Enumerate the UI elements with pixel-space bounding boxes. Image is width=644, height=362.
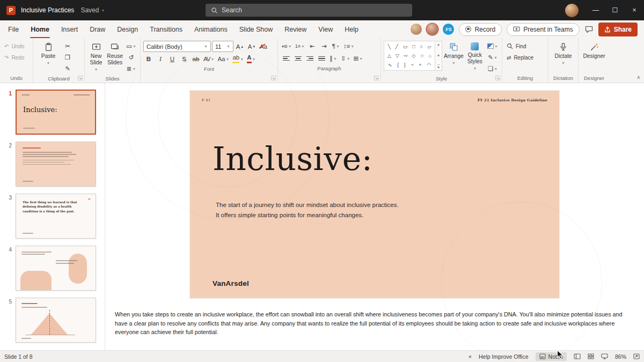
shape-icon[interactable]: ⇨ [404,53,408,58]
section-icon: ≣ [127,65,132,72]
find-icon [507,43,513,49]
slide-title[interactable]: Inclusive: [213,140,372,178]
shape-icon[interactable]: ⌂ [428,53,431,58]
tab-insert[interactable]: Insert [55,20,84,38]
increase-indent-button[interactable]: ⇥ [319,41,330,51]
slide-canvas[interactable]: P 01 FY 21 Inclusive Design Guideline In… [190,91,559,298]
slide-body-text[interactable]: The start of a journey to shift our mind… [216,200,399,220]
record-button[interactable]: Record [459,23,502,36]
shape-icon[interactable]: ∿ [388,62,392,68]
collaborator-avatar[interactable] [427,24,438,35]
style-dialog-launcher[interactable]: ↘ [495,76,500,80]
redo-button[interactable]: ↷ Redo [3,52,30,63]
quick-styles-button[interactable]: Quick Styles ▼ [465,41,485,71]
arrange-button[interactable]: Arrange ▼ [444,41,464,65]
shape-icon[interactable]: △ [387,53,391,58]
shape-icon[interactable]: ◇ [412,53,415,58]
shape-icon[interactable]: □ [412,44,415,49]
slide-body-line-1: The start of a journey to shift our mind… [216,200,399,210]
reset-slide-button[interactable]: ↺ [125,52,137,63]
dismiss-help-button[interactable]: × [469,353,472,360]
designer-button[interactable]: Designer [582,41,606,60]
justify-button[interactable] [316,53,327,64]
shapes-grid[interactable]: ╲╱▭□○▱ △▽⇨◇☆⌂ ∿{}~+◠ [384,41,435,71]
shape-icon[interactable]: ◠ [427,62,431,68]
shapes-scroll-down-icon[interactable]: ▼ [437,54,440,57]
maximize-button[interactable]: ☐ [605,0,625,20]
decrease-indent-button[interactable]: ⇤ [307,41,318,51]
shape-icon[interactable]: ▭ [403,44,408,49]
shape-icon[interactable]: ▽ [396,53,399,58]
shapes-gallery-expand-icon[interactable]: ▼ [437,64,440,69]
autosave-status[interactable]: Saved ▼ [80,6,105,14]
collaborator-avatar[interactable] [411,24,422,35]
workspace: 1 Inclusive: 2 3 [0,83,644,350]
minimize-button[interactable]: — [586,0,605,20]
search-input[interactable]: Search [206,4,412,17]
shape-icon[interactable]: } [404,62,406,68]
user-avatar[interactable] [565,4,579,17]
zoom-level-button[interactable]: 86% [615,353,626,360]
columns-button[interactable]: ∥▼ [328,53,339,64]
shape-fill-button[interactable]: ▼ [486,41,499,51]
chevron-down-icon: ▼ [333,57,337,61]
tab-design[interactable]: Design [111,20,144,38]
replace-button[interactable]: ⇄ Replace [505,52,545,63]
shape-effects-button[interactable]: ❏▼ [486,63,499,74]
shape-icon[interactable]: ~ [411,62,413,68]
slide-thumbnail-2[interactable] [16,142,96,187]
share-button[interactable]: Share [598,23,638,36]
convert-to-smartart-button[interactable]: ⊞▼ [353,53,364,64]
close-button[interactable]: × [625,0,644,20]
tab-draw[interactable]: Draw [84,20,111,38]
new-slide-button[interactable]: New Slide ▼ [87,41,105,72]
comments-button[interactable] [584,25,594,34]
presence-badge[interactable]: FS [443,24,454,35]
tab-help[interactable]: Help [339,20,364,38]
titlebar-right: — ☐ × [565,0,644,20]
shape-icon[interactable]: ╲ [387,44,390,49]
collapse-ribbon-icon[interactable]: ∧ [636,75,640,80]
shape-icon[interactable]: + [419,62,421,68]
clipboard-dialog-launcher[interactable]: ↘ [78,76,83,80]
paragraph-dialog-launcher[interactable]: ↘ [374,76,379,80]
slide-thumbnail-3[interactable]: The first thing we learned is that defin… [16,194,96,239]
slide-sorter-button[interactable] [588,353,594,359]
find-button[interactable]: Find [505,41,545,51]
slide-thumbnail-1[interactable]: Inclusive: [16,90,96,135]
shape-outline-button[interactable]: ✎▼ [486,52,499,63]
shapes-scroll-up-icon[interactable]: ▲ [437,42,440,46]
tab-view[interactable]: View [312,20,339,38]
shapes-gallery[interactable]: ╲╱▭□○▱ △▽⇨◇☆⌂ ∿{}~+◠ ▲ ▼ ▼ [384,41,442,71]
slide-number: 1 [4,90,12,135]
slide-counter: Slide 1 of 8 [4,353,33,360]
slide-thumbnail-5[interactable] [16,298,96,343]
dictate-button[interactable]: Dictate ▼ [551,41,575,65]
format-painter-button[interactable]: ✎ [62,63,73,74]
slide-thumbnail-4[interactable] [16,246,96,291]
copy-button[interactable]: ❐ [62,52,73,63]
shape-icon[interactable]: { [397,62,399,68]
reuse-slides-button[interactable]: Reuse Slides [106,41,123,66]
normal-view-button[interactable] [574,353,581,359]
shape-icon[interactable]: ○ [420,44,422,49]
cut-button[interactable]: ✂ [62,41,73,51]
chart-marker-line [49,310,50,335]
align-text-button[interactable]: ⇳▼ [340,53,352,64]
shape-icon[interactable]: ▱ [428,44,431,49]
line-spacing-button[interactable]: ↕≡▼ [342,41,355,51]
text-direction-button[interactable]: ¶▼ [331,41,341,51]
slideshow-button[interactable] [601,353,608,359]
replace-icon: ⇄ [507,55,511,61]
fit-slide-button[interactable] [633,353,640,359]
shape-icon[interactable]: ╱ [396,44,398,49]
chevron-down-icon: ▼ [350,45,354,48]
tab-file[interactable]: File [2,20,25,38]
shape-icon[interactable]: ☆ [420,53,424,58]
tab-home[interactable]: Home [25,20,55,38]
undo-button[interactable]: ↶ Undo [3,41,30,51]
slide-thumbnail-panel[interactable]: 1 Inclusive: 2 3 [0,83,105,350]
present-in-teams-button[interactable]: Present in Teams [507,23,580,36]
slide-layout-button[interactable]: ▭▼ [125,41,137,51]
paste-button[interactable]: Paste ▼ [36,41,61,65]
